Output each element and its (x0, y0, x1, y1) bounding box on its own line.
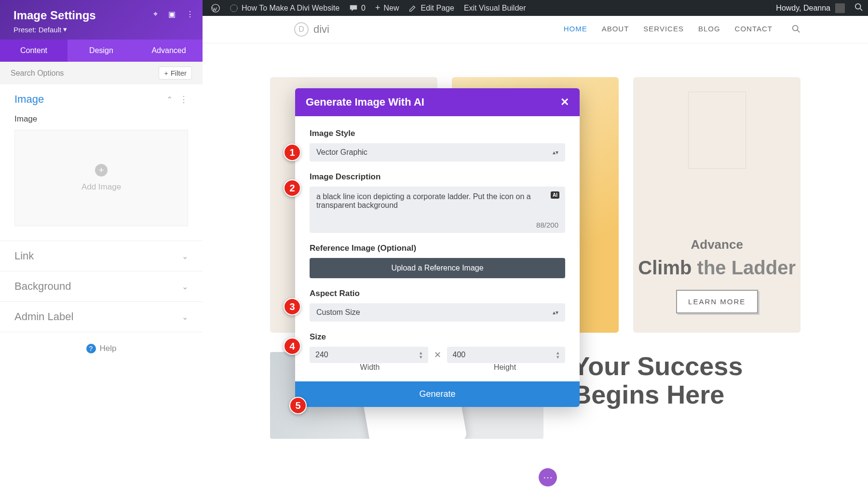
wp-admin-bar: How To Make A Divi Website 0 +New Edit P… (203, 0, 868, 16)
svg-point-2 (855, 3, 861, 9)
site-title: How To Make A Divi Website (242, 4, 339, 13)
svg-line-3 (860, 8, 863, 11)
select-arrows-icon: ▴▾ (553, 309, 558, 316)
responsive-icon[interactable]: ▣ (168, 10, 176, 19)
height-label: Height (445, 363, 565, 372)
chevron-down-icon: ⌄ (182, 252, 188, 261)
image-description-label: Image Description (310, 172, 565, 182)
new-label: New (383, 4, 399, 13)
image-description-textarea[interactable]: a black line icon depicting a corporate … (310, 187, 565, 233)
chevron-up-icon: ⌃ (166, 95, 173, 104)
size-label: Size (310, 332, 565, 342)
section-more-icon[interactable]: ⋮ (179, 94, 188, 105)
nav-about[interactable]: ABOUT (602, 25, 629, 35)
add-image-label: Add Image (81, 182, 121, 192)
tab-content[interactable]: Content (0, 40, 68, 62)
aspect-ratio-select[interactable]: Custom Size▴▾ (310, 303, 565, 322)
builder-fab[interactable]: ⋯ (539, 468, 557, 486)
search-options-input[interactable]: Search Options (11, 69, 64, 78)
chevron-down-icon: ⌄ (182, 312, 188, 322)
width-label: Width (310, 363, 430, 372)
comments-count: 0 (361, 4, 366, 13)
focus-icon[interactable]: ⌖ (153, 10, 158, 19)
modal-title: Generate Image With AI (306, 96, 424, 108)
stepper-icon[interactable]: ▴▾ (556, 351, 559, 359)
select-arrows-icon: ▴▾ (553, 149, 558, 156)
callout-4: 4 (284, 338, 301, 355)
multiply-icon: ✕ (434, 350, 441, 360)
tab-design[interactable]: Design (68, 40, 135, 62)
plus-icon: + (95, 164, 108, 176)
nav-contact[interactable]: CONTACT (735, 25, 773, 35)
char-count: 88/200 (536, 221, 558, 229)
more-icon[interactable]: ⋮ (186, 10, 194, 19)
section-link[interactable]: Link⌄ (0, 241, 203, 271)
callout-1: 1 (284, 144, 301, 161)
svg-point-4 (793, 25, 798, 30)
callout-5: 5 (289, 397, 307, 414)
section-image-title: Image (14, 93, 44, 106)
exit-builder-link[interactable]: Exit Visual Builder (464, 4, 526, 13)
card-title: Climb the Ladder (633, 256, 800, 279)
hero-heading: Your Success Begins Here (572, 352, 800, 409)
height-input[interactable]: 400▴▾ (447, 347, 566, 363)
svg-point-1 (231, 4, 237, 11)
nav-services[interactable]: SERVICES (643, 25, 684, 35)
svg-line-5 (798, 30, 800, 32)
edit-label: Edit Page (420, 4, 454, 13)
help-link[interactable]: ?Help (0, 332, 203, 365)
reference-image-label: Reference Image (Optional) (310, 243, 565, 253)
greeting-text: Howdy, Deanna (776, 4, 830, 13)
site-nav: HOME ABOUT SERVICES BLOG CONTACT (564, 25, 800, 35)
upload-reference-button[interactable]: Upload a Reference Image (310, 258, 565, 278)
sidebar-header: Image Settings Preset: Default ▾ ⌖ ▣ ⋮ (0, 0, 203, 40)
image-field-label: Image (14, 114, 188, 124)
section-image-header[interactable]: Image ⌃ ⋮ (0, 84, 203, 114)
preset-selector[interactable]: Preset: Default ▾ (14, 25, 189, 34)
site-logo[interactable]: Ddivi (294, 22, 329, 37)
description-text: a black line icon depicting a corporate … (316, 192, 531, 209)
settings-sidebar: Image Settings Preset: Default ▾ ⌖ ▣ ⋮ C… (0, 0, 203, 500)
ai-image-modal: Generate Image With AI ✕ Image Style Vec… (295, 88, 580, 407)
search-options-row: Search Options +Filter (0, 62, 203, 84)
logo-icon: D (294, 22, 309, 37)
nav-search-icon[interactable] (792, 25, 800, 35)
section-admin-label[interactable]: Admin Label⌄ (0, 302, 203, 332)
card-subtitle: Advance (633, 237, 800, 252)
new-link[interactable]: +New (375, 3, 399, 13)
generate-button[interactable]: Generate (295, 381, 580, 407)
card-image-placeholder (688, 92, 746, 169)
section-background[interactable]: Background⌄ (0, 271, 203, 301)
callout-3: 3 (284, 298, 301, 315)
search-icon[interactable] (854, 3, 863, 14)
chevron-down-icon: ⌄ (182, 282, 188, 291)
nav-blog[interactable]: BLOG (698, 25, 720, 35)
learn-more-button[interactable]: LEARN MORE (676, 290, 758, 313)
image-style-select[interactable]: Vector Graphic▴▾ (310, 143, 565, 162)
image-style-label: Image Style (310, 129, 565, 138)
chevron-down-icon: ▾ (63, 25, 67, 34)
wp-logo-icon[interactable] (211, 4, 220, 13)
comments-link[interactable]: 0 (349, 4, 366, 13)
callout-2: 2 (284, 179, 301, 197)
sidebar-tabs: Content Design Advanced (0, 40, 203, 62)
tab-advanced[interactable]: Advanced (135, 40, 203, 62)
modal-header: Generate Image With AI ✕ (295, 88, 580, 116)
close-icon[interactable]: ✕ (560, 96, 569, 108)
stepper-icon[interactable]: ▴▾ (420, 351, 422, 359)
add-image-dropzone[interactable]: + Add Image (14, 130, 188, 226)
edit-page-link[interactable]: Edit Page (408, 4, 454, 13)
filter-button[interactable]: +Filter (159, 67, 192, 80)
avatar[interactable] (835, 3, 845, 13)
width-input[interactable]: 240▴▾ (310, 347, 428, 363)
help-icon: ? (86, 344, 96, 353)
aspect-ratio-label: Aspect Ratio (310, 289, 565, 298)
ai-badge-icon[interactable]: AI (551, 191, 559, 199)
site-header: Ddivi HOME ABOUT SERVICES BLOG CONTACT (203, 16, 868, 43)
nav-home[interactable]: HOME (564, 25, 587, 35)
site-name-link[interactable]: How To Make A Divi Website (230, 4, 339, 13)
card-3: Advance Climb the Ladder LEARN MORE (633, 77, 800, 333)
